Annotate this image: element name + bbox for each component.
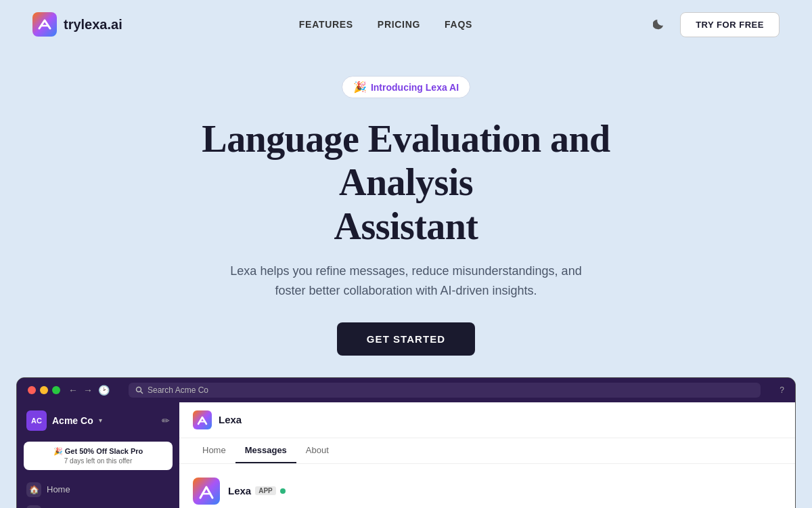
- app-screenshot: ← → 🕑 Search Acme Co ? AC Acme Co: [16, 377, 796, 508]
- edit-icon[interactable]: ✏: [162, 415, 170, 426]
- workspace-selector[interactable]: AC Acme Co ▾: [26, 410, 102, 431]
- help-button[interactable]: ?: [780, 385, 784, 395]
- promo-sub: 7 days left on this offer: [30, 457, 166, 465]
- back-icon[interactable]: ←: [68, 385, 78, 396]
- hero-section: 🎉 Introducing Lexa AI Language Evaluatio…: [0, 49, 812, 377]
- svg-rect-4: [193, 478, 220, 505]
- bot-display-name: Lexa: [228, 485, 251, 496]
- hero-subtitle: Lexa helps you refine messages, reduce m…: [217, 261, 595, 301]
- sidebar-item-home[interactable]: 🏠 Home: [17, 478, 179, 501]
- badge-emoji: 🎉: [353, 81, 367, 93]
- tab-messages[interactable]: Messages: [235, 438, 296, 463]
- svg-rect-3: [193, 410, 212, 429]
- nav-links: FEATURES PRICING FAQS: [299, 19, 472, 30]
- home-icon: 🏠: [26, 482, 41, 497]
- minimize-dot: [40, 386, 48, 394]
- forward-icon[interactable]: →: [83, 385, 93, 396]
- lexa-logo-icon: [32, 12, 57, 37]
- titlebar-search-bar[interactable]: Search Acme Co: [129, 383, 761, 398]
- bot-name-row: Lexa APP: [228, 485, 286, 496]
- app-main: Lexa Home Messages About: [179, 402, 795, 508]
- tab-home[interactable]: Home: [193, 438, 235, 463]
- hero-title: Language Evaluation and Analysis Assista…: [169, 117, 643, 248]
- main-header: Lexa: [179, 402, 795, 438]
- nav-pricing[interactable]: PRICING: [378, 19, 420, 30]
- sidebar-header: AC Acme Co ▾ ✏: [17, 402, 179, 439]
- app-tabs: Home Messages About: [179, 438, 795, 464]
- app-body: AC Acme Co ▾ ✏ 🎉 Get 50% Off Slack Pro 7…: [17, 402, 795, 508]
- sidebar-item-more[interactable]: ··· More: [17, 501, 179, 508]
- promo-text: 🎉 Get 50% Off Slack Pro: [30, 447, 166, 456]
- bot-app-badge: APP: [255, 486, 276, 495]
- sidebar-nav: 🏠 Home ··· More: [17, 478, 179, 508]
- main-bot-name: Lexa: [219, 414, 242, 425]
- svg-line-2: [141, 391, 143, 394]
- moon-icon: [653, 18, 665, 30]
- hero-title-line2: Assistant: [334, 205, 478, 247]
- bot-name-section: Lexa APP: [228, 485, 286, 496]
- tab-about[interactable]: About: [296, 438, 338, 463]
- history-icon[interactable]: 🕑: [98, 385, 110, 396]
- bot-header: Lexa APP: [193, 478, 782, 505]
- get-started-button[interactable]: GET STARTED: [337, 322, 475, 356]
- navbar: trylexa.ai FEATURES PRICING FAQS TRY FOR…: [0, 0, 812, 49]
- window-controls: [28, 386, 60, 394]
- try-free-button[interactable]: TRY FOR FREE: [680, 12, 780, 37]
- theme-toggle-button[interactable]: [649, 14, 669, 35]
- logo-text: trylexa.ai: [64, 17, 122, 33]
- promo-banner[interactable]: 🎉 Get 50% Off Slack Pro 7 days left on t…: [24, 442, 173, 470]
- hero-title-line1: Language Evaluation and Analysis: [202, 118, 610, 203]
- search-icon: [135, 386, 143, 394]
- app-sidebar: AC Acme Co ▾ ✏ 🎉 Get 50% Off Slack Pro 7…: [17, 402, 179, 508]
- nav-faqs[interactable]: FAQS: [445, 19, 472, 30]
- online-indicator: [280, 488, 286, 494]
- search-text: Search Acme Co: [148, 385, 208, 395]
- workspace-name: Acme Co: [52, 415, 93, 426]
- more-icon: ···: [26, 505, 41, 508]
- sidebar-item-home-label: Home: [47, 484, 70, 494]
- badge-text: Introducing Lexa AI: [371, 82, 459, 93]
- svg-rect-0: [32, 12, 57, 37]
- nav-features[interactable]: FEATURES: [299, 19, 353, 30]
- chevron-down-icon: ▾: [99, 417, 102, 424]
- hero-badge[interactable]: 🎉 Introducing Lexa AI: [342, 76, 470, 98]
- bot-avatar-large: [193, 478, 220, 505]
- close-dot: [28, 386, 36, 394]
- maximize-dot: [52, 386, 60, 394]
- logo[interactable]: trylexa.ai: [32, 12, 122, 37]
- messages-area: Lexa APP This is the very beginning of y…: [179, 464, 795, 508]
- svg-point-1: [137, 387, 141, 391]
- workspace-avatar: AC: [26, 410, 47, 431]
- titlebar-nav: ← → 🕑: [68, 385, 110, 396]
- lexa-app-avatar: [193, 410, 212, 429]
- app-titlebar: ← → 🕑 Search Acme Co ?: [17, 378, 795, 402]
- nav-right: TRY FOR FREE: [649, 12, 780, 37]
